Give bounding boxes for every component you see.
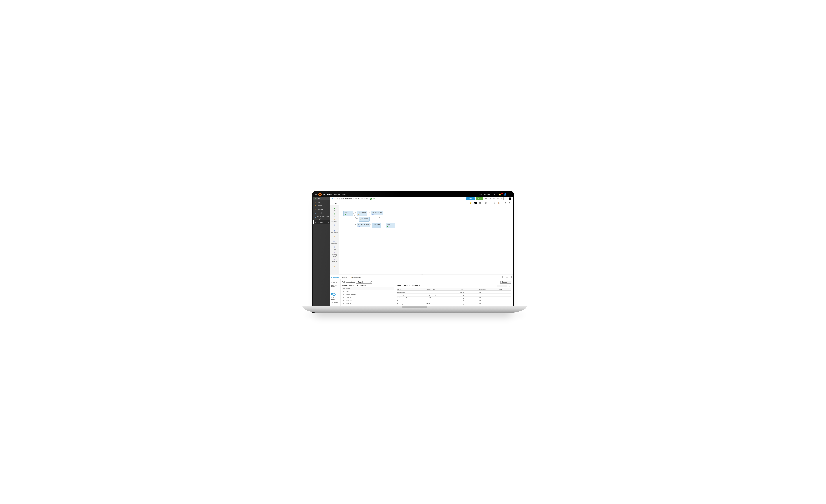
palette-scroll-down[interactable]: ⌄ xyxy=(331,268,338,272)
palette-datamasking[interactable]: ◨Data Masking xyxy=(331,229,338,234)
palette-expression[interactable]: f(x)Expression xyxy=(331,240,338,245)
zoom-out-icon[interactable]: ⊖ xyxy=(508,201,511,204)
table-row[interactable]: out_email xyxy=(342,290,394,293)
pnav-field-mapping[interactable]: Field Mapping xyxy=(330,292,341,296)
help-icon[interactable]: ? xyxy=(508,193,510,196)
folder-icon: 🗀 xyxy=(314,205,316,207)
chevron-down-icon[interactable]: ⌄ xyxy=(347,194,348,195)
cut-icon[interactable]: ✂ xyxy=(489,201,492,204)
expand-icon[interactable]: ⊕ xyxy=(332,198,333,199)
palette-hierarchy-parser[interactable]: ⇲Hierarchy Parser xyxy=(331,258,338,264)
view-mode-3[interactable] xyxy=(509,276,512,278)
view-mode-2[interactable] xyxy=(506,276,508,278)
product-name[interactable]: Data Integration xyxy=(334,194,346,195)
informatica-logo-icon xyxy=(318,193,322,196)
more-actions-icon[interactable]: ⋮ xyxy=(508,285,511,287)
incoming-fields-title: Incoming Fields: (7 of 7 mapped) xyxy=(342,285,394,287)
sidebar-open-tab[interactable]: ⎌ m_parse_deduplica... ⊗ xyxy=(313,220,330,224)
palette-filter[interactable]: ▼Filter xyxy=(331,245,338,250)
col-scale[interactable]: Scale xyxy=(498,288,511,291)
close-icon[interactable]: ⊗ xyxy=(328,222,329,223)
notification-badge: 3 xyxy=(501,193,503,194)
panel-resize-grip[interactable]: • • • xyxy=(330,274,513,275)
chevron-down-icon[interactable]: ⌄ xyxy=(497,194,499,195)
col-name[interactable]: Name▴ xyxy=(397,288,425,291)
field-map-options-label: Field map options: xyxy=(342,281,355,283)
node-exp-address[interactable]: exp_address_safef(x) xyxy=(357,223,370,228)
palette-cleanse[interactable]: ◧Cleanse xyxy=(331,223,338,228)
table-row[interactable]: SequenceIdbigint190 xyxy=(397,291,511,294)
edit-icon[interactable]: ✎ xyxy=(500,197,504,200)
table-row[interactable]: Person_NameNAMEstring800 xyxy=(397,302,511,305)
table-row[interactable]: Datedate/time299 xyxy=(397,299,511,302)
table-row[interactable]: out_postcode xyxy=(342,299,394,302)
sql-icon[interactable]: ⊞ xyxy=(492,197,495,200)
schedule-icon[interactable]: ⊟ xyxy=(496,197,499,200)
toggle-button[interactable]: OFF xyxy=(474,202,477,204)
palette-source[interactable]: ▣Source xyxy=(331,206,338,212)
home-icon: ⌂ xyxy=(314,201,316,203)
mapping-icon: ⎌ xyxy=(315,222,317,223)
options-button[interactable]: Options⌄ xyxy=(500,280,511,284)
pnav-advanced[interactable]: Advanced xyxy=(330,301,341,304)
node-target[interactable]: Target▣ xyxy=(386,223,395,228)
palette-hierarchy-builder[interactable]: ⇱Hierarchy Builder xyxy=(331,251,338,257)
node-source[interactable]: Source▣ xyxy=(343,211,353,216)
sidebar-item-home[interactable]: ⌂ Home xyxy=(313,200,330,204)
pnav-output[interactable]: Output Fields xyxy=(330,296,341,301)
sidebar-item-myjobs[interactable]: ▦ My Jobs xyxy=(313,211,330,215)
palette-target[interactable]: ▣Target xyxy=(331,212,338,217)
mapping-canvas[interactable]: Source▣ Parse_contact⊞ exp_contact_safef… xyxy=(339,205,513,274)
undo-icon[interactable]: ↶ xyxy=(484,197,487,200)
close-doc-icon[interactable]: ✕ xyxy=(509,197,511,200)
tab-properties[interactable]: Properties xyxy=(332,275,339,279)
sidebar-item-new[interactable]: ✚ New... xyxy=(313,197,330,200)
sidebar-item-bundles[interactable]: ▤ Bundles xyxy=(313,208,330,211)
field-map-options-select[interactable]: Manual xyxy=(356,280,372,284)
sidebar-item-label: Explore xyxy=(317,205,322,207)
view-mode-1[interactable] xyxy=(503,276,505,278)
table-row[interactable]: GroupKeyout_group_keystring300 xyxy=(397,294,511,296)
deduplicate-icon: ⧈ xyxy=(351,276,352,278)
table-row[interactable]: out_Country xyxy=(342,302,394,305)
table-row[interactable]: out_Phone_number xyxy=(342,293,394,296)
palette-deduplicate[interactable]: ⧈Deduplicate xyxy=(331,234,338,239)
table-row[interactable]: out_group_key xyxy=(342,296,394,299)
pnav-general[interactable]: General xyxy=(330,280,341,284)
notifications-button[interactable]: 🔔 3 xyxy=(499,193,503,196)
redo-icon[interactable]: ↷ xyxy=(488,197,491,200)
col-field-name[interactable]: Field Name▴ xyxy=(342,287,394,290)
col-type[interactable]: Type xyxy=(459,288,479,291)
zoom-in-icon[interactable]: ⊕ xyxy=(504,201,507,204)
pnav-incoming[interactable]: Incoming Fields xyxy=(330,284,341,289)
bulb-icon[interactable]: 💡 xyxy=(469,201,472,204)
bell-icon: 🔔 xyxy=(499,193,501,196)
save-button[interactable]: Save xyxy=(466,197,475,200)
sidebar-item-explore[interactable]: 🗀 Explore xyxy=(313,204,330,208)
run-button[interactable]: Run xyxy=(476,197,483,200)
copy-icon[interactable]: ⎘ xyxy=(493,201,496,204)
jobs-icon: ▦ xyxy=(314,212,316,214)
col-precision[interactable]: Precision xyxy=(479,288,498,291)
paste-icon[interactable]: 📋 xyxy=(498,201,501,204)
node-parse-address[interactable]: Parse_address⊞ xyxy=(359,217,369,222)
target-fields-table: Name▴ Mapped Field Type Precision Scale xyxy=(397,288,511,307)
table-row[interactable]: Address_Part1out_Address_Linestring800 xyxy=(397,296,511,299)
sidebar-item-logs[interactable]: 🗎 My Import/Export Logs xyxy=(313,215,330,220)
org-name[interactable]: Informatica Ireland Ltd xyxy=(479,194,495,195)
node-deduplicate[interactable]: Deduplicate⧈ xyxy=(372,223,381,228)
sidebar-item-label: Bundles xyxy=(317,208,323,210)
delete-icon[interactable]: 🗑 xyxy=(485,201,487,204)
more-icon[interactable]: ⋮ xyxy=(505,197,508,200)
pnav-deduplicate[interactable]: Deduplicate xyxy=(330,289,341,292)
automap-button[interactable]: Automap ⌄ xyxy=(497,285,507,288)
palette-aggregator[interactable]: ΣAggregator xyxy=(331,217,338,223)
user-icon[interactable]: 👤 xyxy=(504,193,507,196)
node-parse-contact[interactable]: Parse_contact⊞ xyxy=(357,211,368,216)
col-mapped[interactable]: Mapped Field xyxy=(425,288,459,291)
node-exp-contact[interactable]: exp_contact_safef(x) xyxy=(371,211,383,215)
hamburger-icon[interactable] xyxy=(315,194,317,195)
tab-preview[interactable]: Preview xyxy=(341,275,347,279)
grid-icon[interactable]: ▦ xyxy=(479,201,481,204)
palette-more[interactable]: ✎ xyxy=(331,264,338,268)
